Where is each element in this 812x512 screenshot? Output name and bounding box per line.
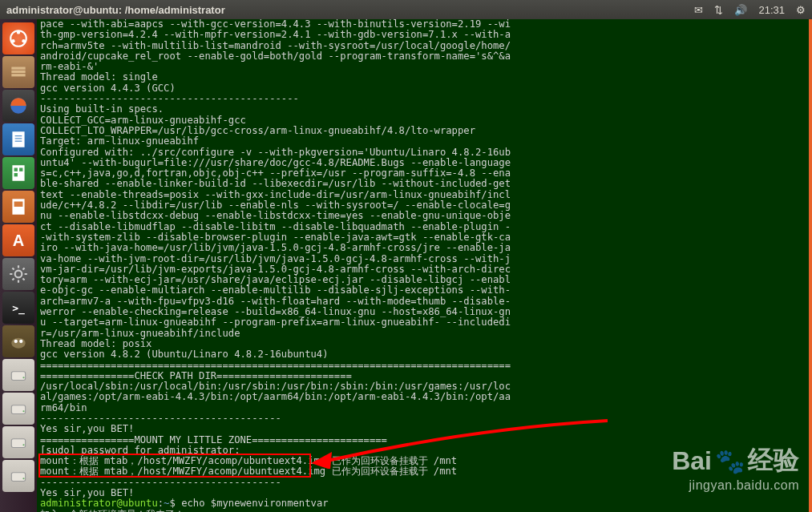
svg-point-23 bbox=[22, 377, 24, 378]
svg-rect-17 bbox=[14, 202, 23, 208]
launcher-disk-1[interactable] bbox=[2, 359, 34, 391]
unity-launcher: A >_ bbox=[0, 19, 37, 512]
command-text: echo $mynewenvironmentvar bbox=[181, 498, 328, 509]
launcher-firefox[interactable] bbox=[2, 90, 34, 122]
svg-point-2 bbox=[22, 39, 25, 42]
svg-rect-24 bbox=[11, 405, 25, 414]
prompt-user: administrator@ubuntu bbox=[40, 498, 158, 509]
gear-icon[interactable]: ⚙ bbox=[796, 4, 806, 16]
svg-point-20 bbox=[14, 340, 18, 343]
svg-rect-13 bbox=[14, 168, 18, 171]
svg-rect-15 bbox=[14, 173, 18, 176]
launcher-files[interactable] bbox=[2, 56, 34, 88]
svg-point-25 bbox=[22, 410, 24, 412]
terminal-window[interactable]: pace --with-abi=aapcs --with-gcc-version… bbox=[37, 19, 812, 512]
launcher-disk-4[interactable] bbox=[2, 460, 34, 492]
window-title: administrator@ubuntu: /home/administrato… bbox=[6, 4, 694, 16]
svg-point-3 bbox=[11, 39, 14, 42]
svg-rect-28 bbox=[11, 473, 25, 482]
sound-icon[interactable]: 🔊 bbox=[734, 4, 747, 16]
launcher-terminal[interactable]: >_ bbox=[2, 292, 34, 324]
clock[interactable]: 21:31 bbox=[758, 4, 785, 16]
launcher-calc[interactable] bbox=[2, 157, 34, 189]
svg-rect-5 bbox=[11, 71, 25, 73]
svg-rect-8 bbox=[12, 131, 24, 147]
launcher-disk-3[interactable] bbox=[2, 426, 34, 458]
mail-icon[interactable]: ✉ bbox=[694, 4, 703, 16]
svg-rect-26 bbox=[11, 439, 25, 448]
top-menu-bar: administrator@ubuntu: /home/administrato… bbox=[0, 0, 812, 19]
svg-rect-14 bbox=[19, 168, 22, 171]
svg-point-21 bbox=[19, 340, 22, 343]
command-output: 加入一个新的环境变量！我来了！ bbox=[40, 509, 184, 512]
svg-rect-6 bbox=[11, 74, 25, 76]
launcher-gimp[interactable] bbox=[2, 325, 34, 357]
launcher-writer[interactable] bbox=[2, 123, 34, 155]
svg-point-18 bbox=[15, 271, 22, 278]
svg-point-29 bbox=[22, 478, 24, 479]
network-icon[interactable]: ⇅ bbox=[714, 4, 723, 16]
svg-rect-22 bbox=[11, 372, 25, 381]
terminal-output[interactable]: pace --with-abi=aapcs --with-gcc-version… bbox=[37, 19, 812, 512]
svg-point-1 bbox=[17, 30, 20, 34]
svg-rect-4 bbox=[11, 67, 25, 70]
prompt-path: ~ bbox=[164, 498, 169, 509]
launcher-settings[interactable] bbox=[2, 258, 34, 290]
svg-point-19 bbox=[11, 338, 25, 349]
terminal-scrollbar[interactable] bbox=[809, 19, 812, 512]
system-indicators: ✉ ⇅ 🔊 21:31 ⚙ bbox=[694, 4, 806, 16]
launcher-software-center[interactable]: A bbox=[2, 224, 34, 256]
launcher-disk-2[interactable] bbox=[2, 393, 34, 425]
launcher-impress[interactable] bbox=[2, 191, 34, 223]
svg-point-27 bbox=[22, 444, 24, 445]
launcher-dash[interactable] bbox=[2, 22, 34, 54]
